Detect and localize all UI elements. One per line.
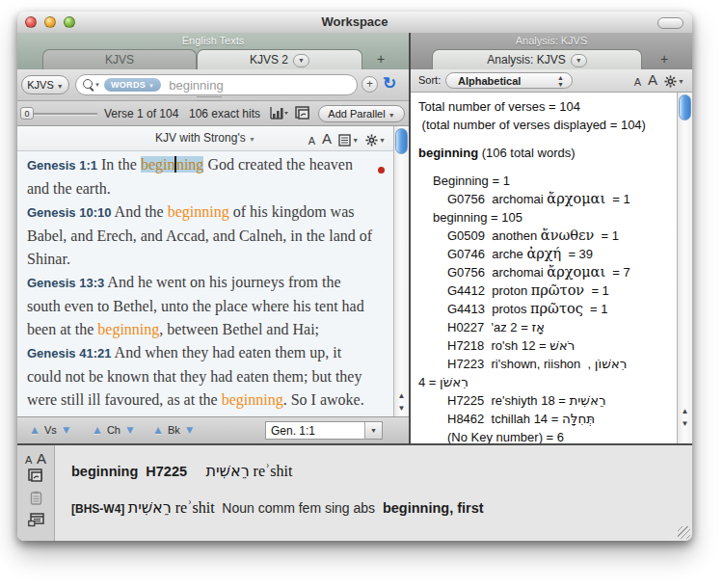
select-arrows-icon: ▲▼ <box>557 74 564 88</box>
clipboard-icon[interactable] <box>17 491 54 505</box>
analysis-line: G4412 proton πρῶτον = 1 <box>411 281 677 300</box>
greek-word: πρῶτον <box>531 282 584 298</box>
analysis-line: G4413 protos πρῶτος = 1 <box>411 300 677 318</box>
increase-font-button[interactable]: A <box>322 130 332 147</box>
open-details-window-icon[interactable] <box>17 468 54 483</box>
search-toolbar: KJVS ▼ ▼ WORDS▼ beginning + ↻ <box>17 69 409 101</box>
greek-word: ἀρχή <box>526 246 561 261</box>
instant-details-pane: A A <box>17 443 692 541</box>
prev-verse-button[interactable]: ▲ <box>29 424 40 436</box>
increase-font-button[interactable]: A <box>37 450 46 467</box>
analysis-line: H7225 re'shiyth רֵאשִׁית = 18 <box>411 391 677 410</box>
analysis-line: beginning (106 total words) <box>411 144 677 162</box>
add-criteria-button[interactable]: + <box>362 76 378 93</box>
words-token[interactable]: WORDS▼ <box>104 78 161 92</box>
details-content: beginning H7225 רֵאשִׁית reʾshit [BHS-W4… <box>71 445 683 541</box>
analysis-text: beginning = 105 <box>433 210 522 225</box>
hebrew-word: רֵאשִׁית <box>206 462 250 480</box>
decrease-font-button[interactable]: A <box>634 76 641 88</box>
greek-word: ἄρχομαι <box>547 191 605 206</box>
hebrew-word: תְּחִלָּה <box>562 411 595 426</box>
search-hit-word: ning <box>176 156 203 173</box>
display-settings-icon[interactable]: ▼ <box>338 134 359 147</box>
scroll-down-arrow[interactable]: ▼ <box>678 417 692 430</box>
analysis-text: Beginning = 1 <box>433 174 510 188</box>
analysis-text: (No Key number) = 6 <box>447 430 564 443</box>
window-resize-grip[interactable] <box>678 526 690 539</box>
analysis-text: G0746 arche <box>447 247 526 261</box>
new-tab-button[interactable]: + <box>646 49 683 69</box>
verse-reference[interactable]: Genesis 41:21 <box>27 346 111 361</box>
analysis-text: = 4 <box>418 375 440 389</box>
verse-reference[interactable]: Genesis 1:1 <box>27 158 97 173</box>
tab-menu-icon[interactable]: ▼ <box>571 54 587 67</box>
analysis-graph-icon[interactable] <box>270 106 289 120</box>
sort-label: Sort: <box>418 74 441 86</box>
text-scope-button[interactable]: KJVS ▼ <box>21 75 69 94</box>
analysis-text: H8462 tchillah <box>447 412 534 426</box>
gear-icon[interactable]: ▼ <box>664 75 684 88</box>
chevron-down-icon: ▼ <box>249 136 255 143</box>
tab-kjvs2[interactable]: KJVS 2▼ <box>197 49 362 69</box>
decrease-font-button[interactable]: A <box>308 135 315 147</box>
details-window-icon[interactable] <box>295 106 311 120</box>
analysis-text: = 12 <box>522 338 549 353</box>
prev-chapter-button[interactable]: ▲ <box>92 424 103 436</box>
analysis-line: רִאשֹׁן = 4 <box>411 373 677 391</box>
go-to-reference-combo[interactable]: Gen. 1:1 ▼ <box>265 421 383 440</box>
reference-value: Gen. 1:1 <box>266 422 364 439</box>
hebrew-word: רֵאשִׁית <box>128 498 172 517</box>
increase-font-button[interactable]: A <box>648 71 657 88</box>
sync-icon[interactable]: ↻ <box>383 73 396 94</box>
scrollbar-thumb[interactable] <box>395 128 408 154</box>
analysis-scrollbar[interactable]: ▲ ▼ <box>677 93 692 443</box>
verse-row: Genesis 10:10 And the beginning of his k… <box>27 200 376 271</box>
next-book-button[interactable]: ▼ <box>184 424 196 436</box>
analysis-line: G0509 anothen ἄνωθεν = 1 <box>411 227 677 245</box>
details-text <box>187 464 205 479</box>
toolbar-toggle-pill[interactable] <box>657 17 683 29</box>
verse-reference[interactable]: Genesis 10:10 <box>27 205 111 220</box>
analysis-text: = 18 <box>541 393 569 408</box>
scroll-up-arrow[interactable]: ▲ <box>394 389 409 402</box>
details-line: [BHS-W4] רֵאשִׁית reʾshit Noun comm fem … <box>71 498 484 517</box>
analysis-line: G0756 archomai ἄρχομαι = 7 <box>411 263 677 281</box>
scrollbar-thumb[interactable] <box>679 94 691 120</box>
context-slider-track[interactable] <box>34 113 97 116</box>
tab-menu-icon[interactable]: ▼ <box>293 54 309 67</box>
details-text: Noun comm fem sing abs <box>215 500 383 516</box>
decrease-font-button[interactable]: A <box>25 454 32 466</box>
scroll-up-arrow[interactable]: ▲ <box>678 405 692 417</box>
scroll-down-arrow[interactable]: ▼ <box>394 402 409 414</box>
analysis-line: (No Key number) = 6 <box>411 428 677 443</box>
analysis-content: Total number of verses = 104 (total numb… <box>411 93 692 443</box>
analysis-text: G0756 archomai <box>447 265 547 280</box>
chevron-down-icon: ▼ <box>57 83 64 90</box>
analysis-text: (total number of verses displayed = 104) <box>418 118 646 132</box>
sort-select[interactable]: Alphabetical ▲▼ <box>445 72 573 89</box>
greek-word: ἄρχομαι <box>547 264 605 280</box>
transliteration: reʾshit <box>175 499 215 516</box>
title-bar[interactable]: Workspace <box>17 12 692 34</box>
new-tab-button[interactable]: + <box>362 49 399 69</box>
search-icon[interactable]: ▼ <box>82 78 96 93</box>
text-scrollbar[interactable]: ▲ ▼ <box>393 126 409 416</box>
add-parallel-button[interactable]: Add Parallel ▼ <box>318 105 405 122</box>
verse-text: In the <box>101 156 141 173</box>
workspace-window: Workspace English Texts KJVS KJVS 2▼ + K… <box>17 12 692 541</box>
gear-icon[interactable]: ▼ <box>365 134 386 147</box>
verse-reference[interactable]: Genesis 13:3 <box>27 276 104 290</box>
analysis-lines: Total number of verses = 104 (total numb… <box>411 97 677 443</box>
scrollbar-arrows: ▲ ▼ <box>678 405 692 430</box>
details-line: beginning H7225 רֵאשִׁית reʾshit <box>71 462 292 480</box>
next-verse-button[interactable]: ▼ <box>61 424 72 436</box>
search-input[interactable]: ▼ WORDS▼ beginning <box>75 74 358 95</box>
next-chapter-button[interactable]: ▼ <box>124 424 136 436</box>
panel-window-icon[interactable] <box>17 513 54 527</box>
analysis-text: = 39 <box>561 247 593 261</box>
prev-book-button[interactable]: ▲ <box>152 424 164 436</box>
reference-dropdown-button[interactable]: ▼ <box>364 422 382 439</box>
tab-analysis[interactable]: Analysis: KJVS▼ <box>432 49 642 69</box>
tab-kjvs[interactable]: KJVS <box>42 49 197 69</box>
context-slider-handle[interactable]: 0 <box>20 107 34 120</box>
